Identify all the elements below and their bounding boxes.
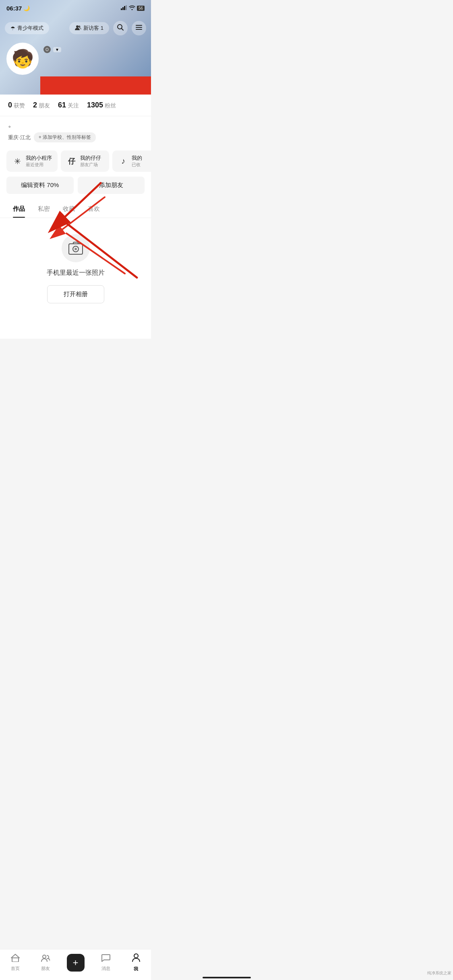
stat-likes-label: 获赞 <box>14 102 25 109</box>
visitor-button[interactable]: 新访客 1 <box>69 22 109 34</box>
tags-row: 重庆·江北 + 添加学校、性别等标签 <box>0 131 151 147</box>
svg-line-7 <box>122 29 124 31</box>
stat-likes-number: 0 <box>8 101 12 109</box>
quick-action-zaizai[interactable]: 仔 我的仔仔 朋友广场 <box>61 150 109 172</box>
profile-name-row: O ▼ <box>43 46 145 53</box>
location-tag: 重庆·江北 <box>8 134 31 141</box>
stat-following[interactable]: 61 关注 <box>58 101 79 109</box>
bio-text: 。 <box>0 116 151 131</box>
moon-icon: 🌙 <box>23 5 30 11</box>
zaizai-sub: 朋友广场 <box>80 162 101 168</box>
photo-placeholder-icon <box>62 234 90 262</box>
white-section: 0 获赞 2 朋友 61 关注 1305 粉丝 。 重庆·江北 + 添加学校、性… <box>0 95 151 339</box>
stat-friends-number: 2 <box>33 101 37 109</box>
youth-mode-button[interactable]: ☂ 青少年模式 <box>5 22 49 34</box>
edit-profile-button[interactable]: 编辑资料 70% <box>6 177 74 194</box>
stat-followers[interactable]: 1305 粉丝 <box>87 101 116 109</box>
music-title: 我的 <box>132 154 142 162</box>
tab-collections[interactable]: 收藏 <box>56 200 81 218</box>
svg-point-13 <box>74 248 77 250</box>
svg-rect-0 <box>121 8 122 10</box>
umbrella-icon: ☂ <box>10 25 15 31</box>
profile-info-row: 🧒 O ▼ <box>0 39 151 75</box>
mini-program-icon: ✳ <box>12 156 23 166</box>
tab-works[interactable]: 作品 <box>6 200 31 218</box>
tab-likes[interactable]: 喜欢 <box>81 200 106 218</box>
content-hint-text: 手机里最近一张照片 <box>47 269 105 277</box>
top-nav: ☂ 青少年模式 新访客 1 <box>0 18 151 39</box>
stat-followers-number: 1305 <box>87 101 103 109</box>
open-album-button[interactable]: 打开相册 <box>47 285 104 303</box>
zaizai-title: 我的仔仔 <box>80 154 101 162</box>
add-friend-button[interactable]: 添加朋友 <box>78 177 145 194</box>
search-icon <box>117 24 124 33</box>
menu-icon <box>135 25 143 32</box>
battery-indicator: 56 <box>137 6 145 11</box>
zaizai-icon: 仔 <box>66 156 77 166</box>
content-area: 手机里最近一张照片 打开相册 <box>0 218 151 339</box>
quick-actions: ✳ 我的小程序 最近使用 仔 我的仔仔 朋友广场 ♪ 我的 已收 <box>0 147 151 177</box>
people-icon <box>75 25 81 32</box>
menu-button[interactable] <box>132 21 146 35</box>
svg-point-5 <box>79 25 81 27</box>
avatar[interactable]: 🧒 <box>6 43 39 75</box>
stat-followers-label: 粉丝 <box>105 102 116 109</box>
stats-row: 0 获赞 2 朋友 61 关注 1305 粉丝 <box>0 95 151 116</box>
signal-icon <box>121 5 127 11</box>
wifi-icon <box>129 5 135 11</box>
mini-program-sub: 最近使用 <box>26 162 52 168</box>
dropdown-arrow-icon[interactable]: ▼ <box>53 47 61 52</box>
tab-private[interactable]: 私密 <box>31 200 56 218</box>
stat-friends-label: 朋友 <box>39 102 50 109</box>
status-icons: 56 <box>121 5 145 11</box>
profile-id-dot: O <box>46 47 49 52</box>
svg-rect-2 <box>124 6 125 10</box>
music-icon: ♪ <box>118 156 128 166</box>
red-banner <box>40 76 151 95</box>
tabs-row: 作品 私密 收藏 喜欢 <box>0 200 151 218</box>
status-bar: 06:37 🌙 56 <box>0 0 151 14</box>
stat-following-number: 61 <box>58 101 66 109</box>
action-buttons: 编辑资料 70% 添加朋友 <box>0 177 151 200</box>
music-sub: 已收 <box>132 162 142 168</box>
status-time: 06:37 <box>6 5 22 12</box>
svg-rect-3 <box>126 5 127 10</box>
svg-rect-1 <box>122 7 124 10</box>
search-button[interactable] <box>113 21 128 35</box>
stat-friends[interactable]: 2 朋友 <box>33 101 50 109</box>
stat-following-label: 关注 <box>68 102 79 109</box>
mini-program-title: 我的小程序 <box>26 154 52 162</box>
quick-action-music[interactable]: ♪ 我的 已收 <box>112 150 151 172</box>
add-tag-button[interactable]: + 添加学校、性别等标签 <box>34 132 96 142</box>
top-nav-right: 新访客 1 <box>69 21 146 35</box>
quick-action-mini-program[interactable]: ✳ 我的小程序 最近使用 <box>6 150 58 172</box>
svg-point-4 <box>76 25 79 28</box>
stat-likes[interactable]: 0 获赞 <box>8 101 25 109</box>
